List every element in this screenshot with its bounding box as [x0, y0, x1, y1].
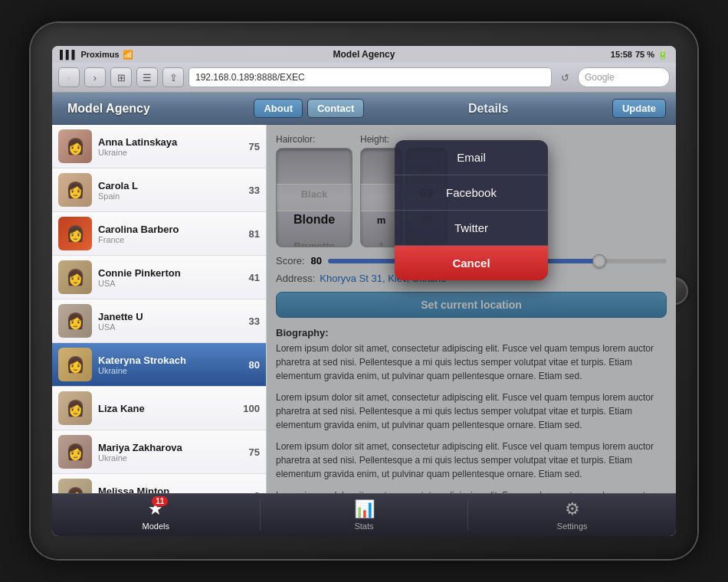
model-name: Carolina Barbero: [98, 224, 243, 235]
battery-icon: 🔋: [657, 50, 668, 60]
signal-icon: ▌▌▌: [60, 50, 77, 59]
tab-settings[interactable]: ⚙ Settings: [468, 496, 676, 534]
ipad-screen: ▌▌▌ Proximus 📶 Model Agency 15:58 75 % 🔋…: [52, 46, 676, 536]
avatar: 👩: [58, 304, 92, 338]
model-name: Mariya Zakharova: [98, 442, 243, 453]
settings-icon: ⚙: [565, 499, 580, 519]
tab-stats-label: Stats: [354, 522, 373, 531]
list-item[interactable]: 👩 Mariya Zakharova Ukraine 75: [52, 430, 266, 474]
ipad-frame: ▌▌▌ Proximus 📶 Model Agency 15:58 75 % 🔋…: [31, 23, 697, 559]
list-item[interactable]: 👩 Melissa Minton USA 0: [52, 474, 266, 493]
model-country: France: [98, 235, 243, 244]
avatar: 👩: [58, 129, 92, 163]
tab-models-label: Models: [143, 522, 169, 531]
main-content: 👩 Anna Latinskaya Ukraine 75 👩 Carola L …: [52, 125, 676, 493]
carrier-name: Proximus: [80, 50, 119, 59]
model-score: 33: [249, 185, 260, 196]
back-button[interactable]: ‹: [58, 67, 80, 87]
twitter-button[interactable]: Twitter: [395, 211, 548, 246]
tab-stats[interactable]: 📊 Stats: [261, 496, 468, 534]
status-right: 15:58 75 % 🔋: [611, 50, 668, 60]
bookmarks-button[interactable]: ☰: [136, 67, 158, 87]
url-bar[interactable]: 192.168.0.189:8888/EXEC: [189, 67, 552, 87]
avatar: 👩: [58, 348, 92, 381]
forward-button[interactable]: ›: [84, 67, 106, 87]
cancel-button[interactable]: Cancel: [395, 246, 548, 280]
facebook-button[interactable]: Facebook: [395, 175, 548, 211]
model-list: 👩 Anna Latinskaya Ukraine 75 👩 Carola L …: [52, 125, 267, 493]
tab-models[interactable]: ★ 11 Models: [52, 496, 260, 534]
google-search-bar[interactable]: Google: [578, 67, 670, 87]
list-item[interactable]: 👩 Janette U USA 33: [52, 299, 266, 343]
model-country: Ukraine: [98, 453, 243, 463]
model-score: 100: [243, 403, 260, 414]
model-score: 75: [249, 446, 260, 458]
url-text: 192.168.0.189:8888/EXEC: [195, 72, 305, 83]
contact-button[interactable]: Contact: [307, 99, 364, 118]
page-title: Model Agency: [333, 49, 395, 60]
model-score: 0: [254, 490, 260, 494]
model-name: Kateryna Strokach: [98, 355, 243, 366]
app-title: Model Agency: [60, 102, 150, 116]
model-score: 80: [249, 359, 260, 371]
about-button[interactable]: About: [254, 99, 303, 118]
avatar: 👩: [58, 260, 92, 294]
model-country: Spain: [98, 191, 243, 201]
list-item[interactable]: 👩 Carola L Spain 33: [52, 168, 266, 212]
stats-icon: 📊: [354, 499, 375, 519]
tab-bar: ★ 11 Models 📊 Stats ⚙ Settings: [52, 493, 676, 536]
list-item[interactable]: 👩 Carolina Barbero France 81: [52, 212, 266, 256]
model-name: Liza Kane: [98, 403, 237, 414]
model-name: Anna Latinskaya: [98, 136, 243, 148]
export-button[interactable]: ⇪: [162, 67, 184, 87]
models-badge: 11: [152, 496, 168, 506]
email-button[interactable]: Email: [395, 140, 548, 175]
modal-box: Email Facebook Twitter Cancel: [395, 140, 548, 280]
wifi-icon: 📶: [123, 50, 133, 60]
status-left: ▌▌▌ Proximus 📶: [60, 50, 133, 60]
update-button[interactable]: Update: [612, 99, 666, 118]
model-country: Ukraine: [98, 366, 243, 375]
model-country: USA: [98, 322, 243, 332]
model-name: Connie Pinkerton: [98, 267, 243, 279]
app-header: Model Agency About Contact Details Updat…: [52, 93, 676, 125]
avatar: 👩: [58, 173, 92, 207]
search-placeholder: Google: [585, 72, 615, 83]
details-panel: Haircolor: Black Blonde Brunette Red: [267, 125, 676, 493]
status-bar: ▌▌▌ Proximus 📶 Model Agency 15:58 75 % 🔋: [52, 46, 676, 63]
avatar: 👩: [58, 391, 92, 425]
list-item-selected[interactable]: 👩 Kateryna Strokach Ukraine 80: [52, 343, 266, 387]
avatar: 👩: [58, 479, 92, 493]
browser-toolbar: ‹ › ⊞ ☰ ⇪ 192.168.0.189:8888/EXEC ↺ Goog…: [52, 63, 676, 93]
model-name: Janette U: [98, 311, 243, 322]
time-display: 15:58: [611, 50, 632, 59]
list-item[interactable]: 👩 Liza Kane 100: [52, 387, 266, 430]
avatar: 👩: [58, 435, 92, 469]
share-button[interactable]: ⊞: [110, 67, 132, 87]
model-country: Ukraine: [98, 148, 243, 157]
avatar: 👩: [58, 217, 92, 250]
model-score: 33: [249, 316, 260, 327]
tab-settings-label: Settings: [557, 522, 588, 531]
reload-button[interactable]: ↺: [556, 67, 573, 87]
model-score: 41: [249, 272, 260, 283]
model-score: 81: [249, 228, 260, 240]
model-country: USA: [98, 279, 243, 288]
battery-display: 75 %: [635, 50, 654, 59]
model-name: Carola L: [98, 180, 243, 191]
model-score: 75: [249, 141, 260, 152]
modal-overlay[interactable]: Email Facebook Twitter Cancel: [267, 125, 676, 493]
details-label: Details: [468, 102, 508, 116]
model-name: Melissa Minton: [98, 486, 248, 494]
list-item[interactable]: 👩 Connie Pinkerton USA 41: [52, 256, 266, 299]
list-item[interactable]: 👩 Anna Latinskaya Ukraine 75: [52, 125, 266, 168]
